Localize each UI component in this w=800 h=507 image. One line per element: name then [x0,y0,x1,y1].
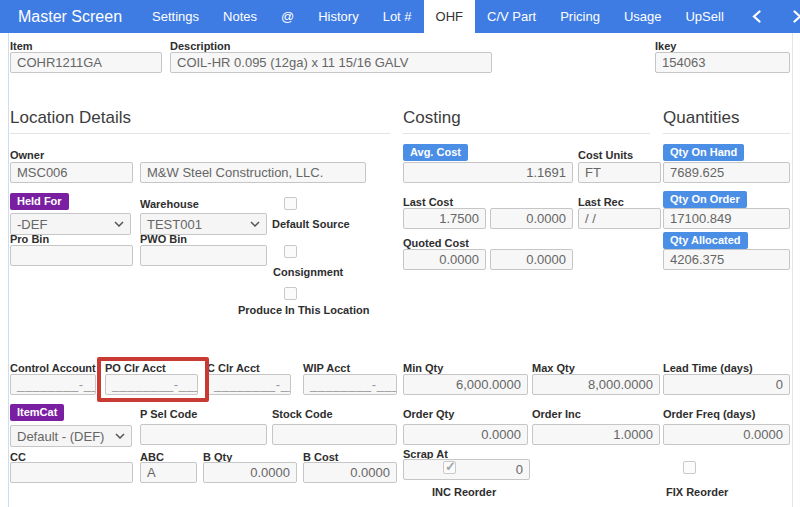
max-qty-input[interactable]: 8,000.0000 [532,374,660,395]
qty-on-order-badge[interactable]: Qty On Order [663,191,747,208]
tab-usage[interactable]: Usage [612,0,674,33]
max-qty-label: Max Qty [532,362,575,374]
ikey-label: Ikey [655,40,676,52]
tab-at[interactable]: @ [269,0,306,33]
page-title: Master Screen [0,0,140,33]
owner-name-input[interactable]: M&W Steel Construction, LLC. [140,162,366,183]
held-for-select[interactable]: -DEF [10,213,131,235]
chevron-down-icon [114,221,124,227]
stock-code-label: Stock Code [272,408,333,420]
c-clr-acct-label: C Clr Acct [207,362,260,374]
itemcat-value: Default - (DEF) [17,429,104,444]
tab-upsell[interactable]: UpSell [673,0,735,33]
chevron-right-icon[interactable] [777,0,800,33]
p-sel-code-label: P Sel Code [140,408,197,420]
quoted-cost-input-1[interactable]: 0.0000 [403,249,486,270]
description-input[interactable]: COIL-HR 0.095 (12ga) x 11 15/16 GALV [170,52,492,73]
last-cost-input-1[interactable]: 1.7500 [403,208,486,229]
tab-pricing[interactable]: Pricing [548,0,612,33]
last-cost-input-2[interactable]: 0.0000 [490,208,573,229]
inc-reorder-checkbox[interactable] [443,461,456,474]
min-qty-label: Min Qty [403,362,443,374]
consignment-checkbox[interactable] [284,245,297,258]
order-freq-input[interactable]: 0.0000 [663,424,790,445]
item-label: Item [10,40,33,52]
chevron-left-icon[interactable] [736,0,777,33]
itemcat-badge[interactable]: ItemCat [10,404,64,421]
scrap-at-input[interactable]: 0 [403,459,530,480]
description-label: Description [170,40,231,52]
costing-rule [403,133,650,134]
min-qty-input[interactable]: 6,000.0000 [403,374,528,395]
produce-in-location-label: Produce In This Location [238,304,369,316]
consignment-label: Consignment [273,266,343,278]
cost-units-label: Cost Units [578,149,633,161]
b-qty-input[interactable]: 0.0000 [203,462,297,483]
qty-on-hand-badge[interactable]: Qty On Hand [663,144,744,161]
item-input[interactable]: COHR1211GA [10,52,162,73]
tab-ohf[interactable]: OHF [424,0,475,33]
tab-notes[interactable]: Notes [211,0,269,33]
tab-cv-part[interactable]: C/V Part [475,0,548,33]
default-source-label: Default Source [272,218,350,230]
default-source-checkbox[interactable] [284,197,297,210]
costing-title: Costing [403,108,461,128]
lead-time-label: Lead Time (days) [663,362,753,374]
abc-input[interactable]: A [140,462,197,483]
qty-on-order-input[interactable]: 17100.849 [663,208,790,229]
owner-code-input[interactable]: MSC006 [10,162,133,183]
cc-input[interactable] [10,462,133,483]
wip-acct-input[interactable]: ________-___ [303,374,397,395]
chevron-down-icon [250,221,260,227]
held-for-value: -DEF [17,217,47,232]
last-rec-label: Last Rec [578,196,624,208]
tab-bar: Settings Notes @ History Lot # OHF C/V P… [140,0,800,33]
quantities-title: Quantities [663,108,740,128]
tab-lot-number[interactable]: Lot # [371,0,424,33]
quantities-rule [663,133,790,134]
p-sel-code-input[interactable] [140,424,267,445]
quoted-cost-input-2[interactable]: 0.0000 [490,249,573,270]
pwo-bin-input[interactable] [140,245,267,266]
quoted-cost-label: Quoted Cost [403,237,469,249]
order-freq-label: Order Freq (days) [663,408,755,420]
fix-reorder-label: FIX Reorder [666,486,728,498]
avg-cost-input[interactable]: 1.1691 [403,162,573,183]
pro-bin-input[interactable] [10,245,133,266]
ikey-input[interactable]: 154063 [655,52,790,73]
control-account-label: Control Account [10,362,96,374]
wip-acct-label: WIP Acct [303,362,350,374]
fix-reorder-checkbox[interactable] [683,461,696,474]
tab-history[interactable]: History [306,0,370,33]
held-for-badge[interactable]: Held For [10,193,69,210]
order-qty-label: Order Qty [403,408,454,420]
c-clr-acct-input[interactable]: ________-___ [207,374,291,395]
produce-in-location-checkbox[interactable] [284,287,297,300]
lead-time-input[interactable]: 0 [663,374,790,395]
avg-cost-badge[interactable]: Avg. Cost [403,144,468,161]
warehouse-select[interactable]: TEST001 [140,213,267,235]
pwo-bin-label: PWO Bin [140,233,187,245]
qty-on-hand-input[interactable]: 7689.625 [663,162,790,183]
master-screen-window: Master Screen Settings Notes @ History L… [0,0,800,507]
qty-allocated-input[interactable]: 4206.375 [663,249,790,270]
itemcat-select[interactable]: Default - (DEF) [10,425,132,447]
order-qty-input[interactable]: 0.0000 [403,424,528,445]
cost-units-input[interactable]: FT [578,162,661,183]
stock-code-input[interactable] [272,424,397,445]
control-account-input[interactable]: ________-___ [10,374,96,395]
last-cost-label: Last Cost [403,196,453,208]
b-cost-input[interactable]: 0.0000 [303,462,397,483]
owner-label: Owner [10,149,44,161]
title-bar: Master Screen Settings Notes @ History L… [0,0,800,33]
pro-bin-label: Pro Bin [10,233,49,245]
order-inc-input[interactable]: 1.0000 [532,424,660,445]
po-clr-acct-input[interactable]: ________-___ [105,374,198,395]
inc-reorder-label: INC Reorder [432,486,496,498]
tab-settings[interactable]: Settings [140,0,211,33]
qty-allocated-badge[interactable]: Qty Allocated [663,232,748,249]
last-rec-input[interactable]: / / [578,208,661,229]
po-clr-acct-label: PO Clr Acct [105,362,166,374]
order-inc-label: Order Inc [532,408,581,420]
warehouse-label: Warehouse [140,198,199,210]
